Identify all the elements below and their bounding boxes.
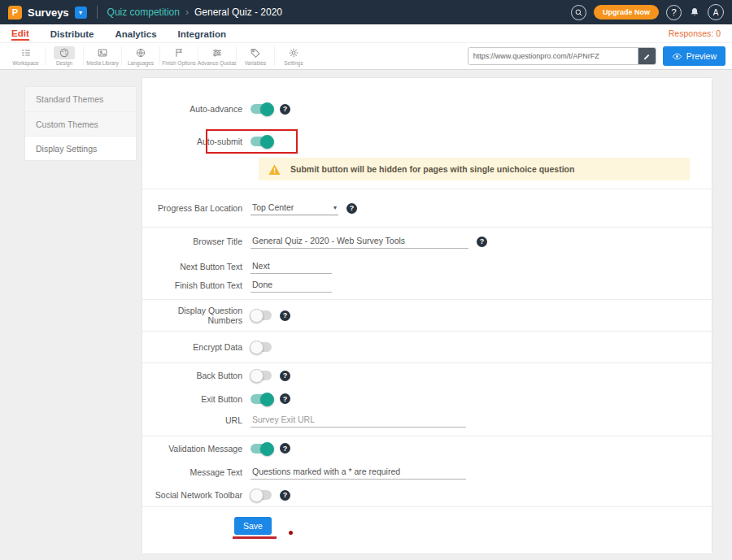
tool-design[interactable]: Design xyxy=(45,46,83,66)
nav-tab-analytics[interactable]: Analytics xyxy=(115,27,156,40)
responses-count[interactable]: Responses: 0 xyxy=(669,28,721,38)
validation-message-help-icon[interactable] xyxy=(280,443,290,454)
display-question-numbers-row: Display Question Numbers xyxy=(142,300,712,331)
content-area: Standard Themes Custom Themes Display Se… xyxy=(0,70,732,560)
encrypt-data-toggle[interactable] xyxy=(251,342,272,352)
warning-text: Submit button will be hidden for pages w… xyxy=(290,164,574,174)
save-row: Save xyxy=(142,507,712,535)
tool-finish-options[interactable]: Finish Options xyxy=(159,46,198,66)
browser-title-help-icon[interactable] xyxy=(477,237,487,247)
nav-tab-distribute[interactable]: Distribute xyxy=(50,27,94,40)
tool-languages[interactable]: Languages xyxy=(121,46,159,66)
questionpro-app: P Surveys Quiz competition › General Qui… xyxy=(0,0,732,560)
variables-tag-icon xyxy=(245,46,266,59)
encrypt-data-label: Encrypt Data xyxy=(142,342,251,352)
tool-variables[interactable]: Variables xyxy=(236,46,274,66)
tool-label: Advance Quotas xyxy=(198,60,237,66)
sidebar-item-custom-themes[interactable]: Custom Themes xyxy=(25,111,136,136)
chevron-down-icon xyxy=(333,204,337,211)
selected-option: Top Center xyxy=(252,202,294,212)
finish-flag-icon xyxy=(168,46,190,59)
tool-label: Variables xyxy=(245,60,267,66)
nav-tab-edit[interactable]: Edit xyxy=(11,26,29,41)
auto-advance-help-icon[interactable] xyxy=(280,104,290,115)
questionpro-logo-icon: P xyxy=(8,6,22,20)
tool-label: Finish Options xyxy=(162,60,196,66)
exit-button-help-icon[interactable] xyxy=(280,393,290,404)
preview-button[interactable]: Preview xyxy=(663,46,725,66)
upgrade-now-button[interactable]: Upgrade Now xyxy=(594,5,659,20)
validation-message-toggle[interactable] xyxy=(251,444,272,454)
tool-workspace[interactable]: Workspace xyxy=(7,46,45,66)
progress-bar-help-icon[interactable] xyxy=(346,203,357,214)
notifications-bell-icon[interactable] xyxy=(689,7,700,18)
settings-gear-icon xyxy=(283,46,304,59)
auto-submit-label: Auto-submit xyxy=(142,137,251,146)
survey-url-input[interactable] xyxy=(468,52,638,60)
help-icon[interactable]: ? xyxy=(666,5,682,20)
tool-advance-quotas[interactable]: Advance Quotas xyxy=(198,46,236,66)
display-question-numbers-help-icon[interactable] xyxy=(280,310,290,321)
social-network-toolbar-row: Social Network Toolbar xyxy=(142,484,712,506)
exit-url-label: URL xyxy=(142,415,251,425)
sidebar-item-display-settings[interactable]: Display Settings xyxy=(25,136,136,160)
tool-label: Languages xyxy=(128,60,154,66)
next-button-text-input[interactable] xyxy=(251,259,332,274)
design-palette-icon xyxy=(54,46,75,59)
auto-submit-row: Auto-submit xyxy=(142,125,712,158)
back-button-help-icon[interactable] xyxy=(280,371,290,381)
next-button-text-row: Next Button Text xyxy=(142,255,712,277)
back-button-toggle[interactable] xyxy=(251,371,272,380)
breadcrumb-current: General Quiz - 2020 xyxy=(194,7,282,18)
validation-message-label: Validation Message xyxy=(142,444,251,454)
sidebar-item-standard-themes[interactable]: Standard Themes xyxy=(25,87,136,111)
surveys-dropdown-caret-icon[interactable] xyxy=(75,7,87,19)
encrypt-data-row: Encrypt Data xyxy=(142,332,712,362)
message-text-label: Message Text xyxy=(142,467,251,477)
validation-message-row: Validation Message xyxy=(142,436,712,460)
save-annotation-underline xyxy=(233,536,277,539)
toolbar-right: Preview xyxy=(468,46,725,66)
auto-advance-toggle[interactable] xyxy=(251,104,272,114)
message-text-row: Message Text xyxy=(142,460,712,484)
tool-media-library[interactable]: Media Library xyxy=(83,46,121,66)
finish-button-text-row: Finish Button Text xyxy=(142,277,712,299)
display-question-numbers-toggle[interactable] xyxy=(251,310,272,320)
warning-triangle-icon xyxy=(268,163,281,176)
quotas-sliders-icon xyxy=(207,46,228,59)
message-text-input[interactable] xyxy=(251,465,466,480)
survey-url-box xyxy=(468,47,656,65)
surveys-menu[interactable]: Surveys xyxy=(28,7,69,19)
tool-label: Design xyxy=(56,60,72,66)
eye-icon xyxy=(672,52,682,61)
display-question-numbers-label: Display Question Numbers xyxy=(142,306,251,325)
edit-url-pencil-icon[interactable] xyxy=(638,47,656,65)
save-button[interactable]: Save xyxy=(234,517,272,535)
social-network-toolbar-toggle[interactable] xyxy=(251,490,272,500)
progress-bar-row: Progress Bar Location Top Center xyxy=(142,189,712,227)
browser-title-input[interactable] xyxy=(251,234,468,249)
exit-button-toggle[interactable] xyxy=(251,394,272,404)
social-network-toolbar-help-icon[interactable] xyxy=(280,490,290,501)
auto-submit-warning-banner: Submit button will be hidden for pages w… xyxy=(259,158,690,180)
exit-url-input[interactable] xyxy=(251,413,466,428)
auto-submit-toggle[interactable] xyxy=(251,137,272,146)
search-icon[interactable] xyxy=(571,5,586,20)
toolbar-tools: Workspace Design Media Library Languages xyxy=(7,46,312,66)
topbar-divider xyxy=(97,6,98,19)
tool-label: Media Library xyxy=(86,60,118,66)
finish-button-text-input[interactable] xyxy=(251,278,332,293)
back-button-label: Back Button xyxy=(142,371,251,380)
tool-label: Workspace xyxy=(12,60,38,66)
social-network-toolbar-label: Social Network Toolbar xyxy=(142,490,251,500)
auto-advance-label: Auto-advance xyxy=(142,104,251,114)
progress-bar-location-select[interactable]: Top Center xyxy=(251,201,338,215)
tool-settings[interactable]: Settings xyxy=(274,46,312,66)
edit-toolbar: Workspace Design Media Library Languages xyxy=(0,43,732,70)
next-button-text-label: Next Button Text xyxy=(142,262,251,271)
user-avatar[interactable]: A xyxy=(708,4,724,20)
breadcrumb-parent[interactable]: Quiz competition xyxy=(107,7,180,18)
nav-tab-integration[interactable]: Integration xyxy=(178,27,226,40)
topbar-actions: Upgrade Now ? A xyxy=(571,4,724,20)
browser-title-label: Browser Title xyxy=(142,237,251,246)
